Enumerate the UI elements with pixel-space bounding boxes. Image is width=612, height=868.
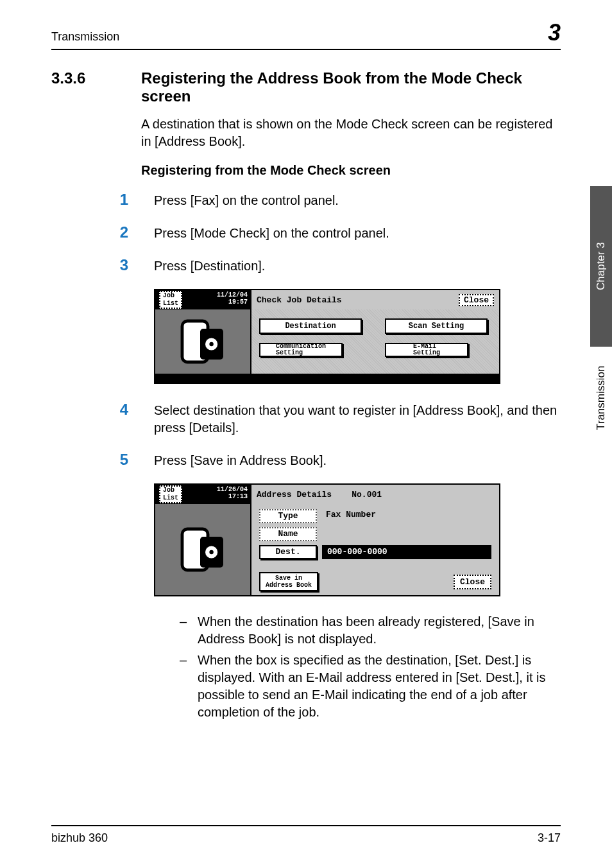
email-setting-button[interactable]: E-Mail Setting [385,343,468,357]
footer-model: bizhub 360 [51,831,108,845]
step-text: Press [Save in Address Book]. [154,452,561,469]
lcd-title: Address Details No.001 [257,490,382,499]
notes-list: When the destination has been already re… [180,613,561,721]
step-4: 4Select destination that you want to reg… [115,401,561,437]
step-text: Press [Fax] on the control panel. [154,192,561,209]
dest-value: 000-000-0000 [322,545,491,559]
step-1: 1Press [Fax] on the control panel. [115,191,561,209]
chapter-number-icon: 3 [548,19,561,46]
running-header-left: Transmission [51,30,119,44]
lcd-figure-2: Job List 11/26/0417:13 Address Details N… [154,483,561,596]
note-2: When the box is specified as the destina… [180,652,561,721]
document-icon [177,524,228,575]
section-title: Registering the Address Book from the Mo… [141,69,561,105]
lcd-figure-1: Job List 11/12/0419:57 Check Job Details… [154,289,561,384]
procedure-subhead: Registering from the Mode Check screen [141,163,561,178]
name-label: Name [259,527,317,541]
job-list-button[interactable]: Job List 11/12/0419:57 [155,290,251,309]
note-1: When the destination has been already re… [180,613,561,648]
dest-row[interactable]: Dest. 000-000-0000 [259,545,491,559]
job-list-label: Job List [159,291,182,309]
step-number: 3 [115,256,128,274]
lcd-title: Check Job Details [257,295,342,305]
step-3: 3Press [Destination]. [115,256,561,275]
side-tab-section: Transmission [590,347,612,449]
step-text: Press [Mode Check] on the control panel. [154,225,561,242]
step-5: 5Press [Save in Address Book]. [115,451,561,469]
step-text: Select destination that you want to regi… [154,402,561,437]
lcd-icon-area [155,504,251,595]
step-number: 4 [115,401,128,419]
dest-label[interactable]: Dest. [259,545,317,559]
close-button[interactable]: Close [459,294,494,306]
step-number: 2 [115,223,128,241]
step-number: 1 [115,191,128,209]
destination-button[interactable]: Destination [259,318,362,334]
save-in-address-book-button[interactable]: Save in Address Book [259,572,318,591]
running-header: Transmission 3 [51,19,561,50]
lcd-icon-area [155,309,251,374]
type-row: Type Fax Number [259,509,491,523]
section-number: 3.3.6 [51,69,122,105]
job-list-button[interactable]: Job List 11/26/0417:13 [155,485,251,504]
step-number: 5 [115,451,128,469]
timestamp: 11/12/0419:57 [217,291,248,306]
timestamp: 11/26/0417:13 [217,486,248,500]
intro-paragraph: A destination that is shown on the Mode … [141,116,561,150]
scan-setting-button[interactable]: Scan Setting [385,318,488,334]
page-footer: bizhub 360 3-17 [51,825,561,845]
section-heading: 3.3.6 Registering the Address Book from … [51,69,561,105]
svg-point-3 [209,342,213,346]
step-text: Press [Destination]. [154,257,561,275]
footer-page-number: 3-17 [538,831,561,845]
name-row: Name [259,527,491,541]
communication-setting-button[interactable]: Communication Setting [259,343,343,357]
svg-point-7 [209,550,213,554]
lcd-footer-strip [155,374,499,383]
document-icon [177,316,228,367]
side-tab-chapter: Chapter 3 [590,186,612,347]
close-button[interactable]: Close [454,575,491,589]
type-label: Type [259,509,317,523]
name-value [322,527,491,541]
step-2: 2Press [Mode Check] on the control panel… [115,223,561,242]
type-value: Fax Number [322,509,491,523]
job-list-label: Job List [159,485,182,503]
